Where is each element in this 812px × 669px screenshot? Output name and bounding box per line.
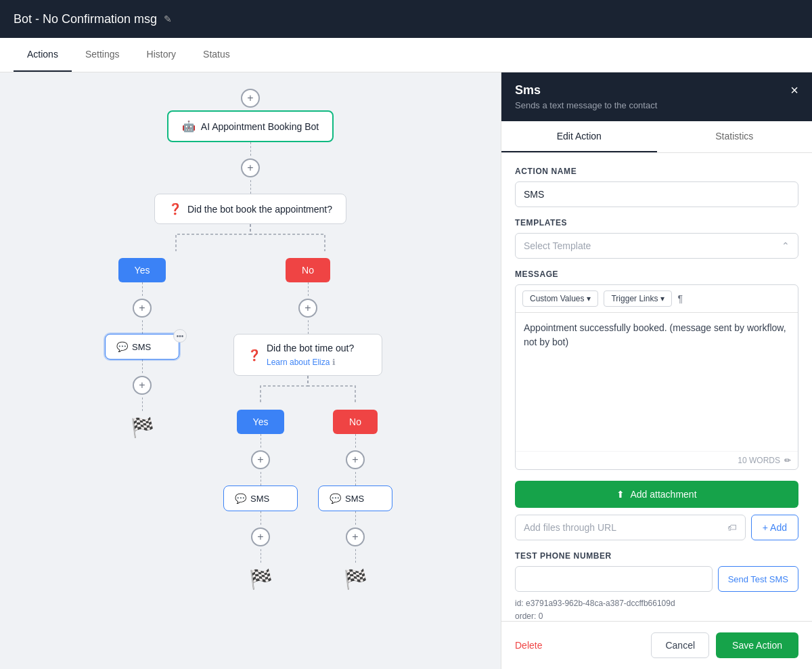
panel-tab-statistics[interactable]: Statistics [657, 121, 813, 152]
yes2-branch: Yes + 💬 SMS + [223, 410, 298, 596]
panel-header: Sms Sends a text message to the contact … [501, 72, 812, 121]
cv-yes3 [142, 360, 143, 373]
no-button-1[interactable]: No [286, 258, 330, 282]
delete-button[interactable]: Delete [515, 640, 542, 651]
templates-label: TEMPLATES [515, 218, 798, 228]
footer-actions: Cancel Save Action [651, 632, 798, 658]
message-edit-icon[interactable]: ✏ [784, 456, 791, 465]
panel-close-button[interactable]: × [790, 83, 798, 97]
connector-v2 [250, 180, 251, 194]
custom-values-label: Custom Values [530, 294, 584, 303]
trigger-links-chevron-icon: ▾ [660, 294, 664, 303]
add-node-1[interactable]: + [241, 158, 260, 177]
sms-icon-3: 💬 [330, 493, 341, 504]
sms-node-2[interactable]: 💬 SMS [223, 485, 298, 511]
upload-icon: ⬆ [616, 489, 625, 500]
cv-no2 [308, 320, 309, 334]
question-node-1[interactable]: ❓ Did the bot book the appointment? [154, 194, 346, 224]
tab-status[interactable]: Status [189, 38, 244, 72]
info-icon[interactable]: ℹ [332, 358, 336, 367]
sms-node-1[interactable]: 💬 SMS ••• [105, 334, 179, 360]
add-yes-1[interactable]: + [133, 299, 152, 318]
action-name-input[interactable] [515, 181, 798, 207]
url-input-wrapper: Add files through URL 🏷 [515, 515, 746, 540]
add-yes2-2[interactable]: + [251, 527, 270, 546]
sms-icon-1: 💬 [116, 341, 128, 352]
send-test-sms-button[interactable]: Send Test SMS [718, 566, 798, 592]
add-node-top[interactable]: + [241, 89, 260, 108]
word-count: 10 WORDS [738, 456, 780, 465]
bot-node[interactable]: 🤖 AI Appointment Booking Bot [167, 110, 334, 142]
templates-placeholder: Select Template [524, 240, 591, 251]
add-attachment-button[interactable]: ⬆ Add attachment [515, 481, 798, 508]
workflow-canvas: + 🤖 AI Appointment Booking Bot + ❓ Did t… [0, 72, 501, 669]
cv-no [308, 282, 309, 296]
panel-tab-edit-action[interactable]: Edit Action [501, 121, 657, 152]
add-yes-2[interactable]: + [133, 376, 152, 395]
paragraph-icon: ¶ [677, 293, 683, 304]
sms-panel: Sms Sends a text message to the contact … [501, 72, 812, 669]
url-placeholder: Add files through URL [524, 522, 616, 533]
cv-yes4 [142, 397, 143, 411]
sms-node-3[interactable]: 💬 SMS [318, 485, 392, 511]
trigger-links-label: Trigger Links [611, 294, 658, 303]
finish-flag-1: 🏁 [131, 416, 154, 439]
question-icon-1: ❓ [168, 202, 182, 215]
cv-yes2-3 [261, 511, 261, 525]
cv-yes [142, 282, 143, 296]
question-2-label: Did the bot time out? [267, 343, 354, 353]
add-no2-2[interactable]: + [346, 527, 365, 546]
meta-info: id: e3791a93-962b-48ca-a387-dccffb66109d… [515, 597, 798, 621]
message-textarea[interactable]: Appointment successfully booked. (messag… [516, 313, 798, 448]
trigger-links-button[interactable]: Trigger Links ▾ [604, 290, 672, 307]
yes-branch: Yes + 💬 SMS ••• + 🏁 [105, 258, 179, 444]
no-button-2[interactable]: No [333, 410, 378, 434]
panel-title: Sms [515, 83, 657, 98]
learn-about-eliza-link[interactable]: Learn about Eliza [267, 358, 330, 367]
cv-yes2-1 [261, 434, 261, 448]
yes-no-branch-1: Yes + 💬 SMS ••• + 🏁 [105, 258, 396, 596]
message-label: MESSAGE [515, 269, 798, 279]
message-box: Custom Values ▾ Trigger Links ▾ ¶ Appoin… [515, 284, 798, 470]
sms-node-1-label: SMS [132, 342, 151, 352]
cv-no2-1 [355, 434, 356, 448]
panel-subtitle: Sends a text message to the contact [515, 100, 657, 110]
tab-actions[interactable]: Actions [14, 38, 72, 72]
add-attachment-label: Add attachment [630, 489, 696, 500]
cancel-button[interactable]: Cancel [651, 632, 709, 658]
add-no2-1[interactable]: + [346, 450, 365, 469]
save-action-button[interactable]: Save Action [716, 632, 798, 658]
cv-no2-2 [355, 472, 356, 485]
no-branch: No + ❓ Did the bot time out? Learn about… [220, 258, 396, 596]
meta-order: order: 0 [515, 610, 798, 621]
test-phone-input[interactable] [515, 566, 713, 592]
panel-body: ACTION NAME TEMPLATES Select Template ⌃ … [501, 153, 812, 621]
add-url-button[interactable]: + Add [751, 515, 798, 540]
connector-v1 [250, 142, 251, 156]
branch-svg-1 [135, 224, 365, 258]
main-tabs: Actions Settings History Status [0, 38, 812, 72]
question-node-2[interactable]: ❓ Did the bot time out? Learn about Eliz… [233, 334, 382, 376]
add-yes2-1[interactable]: + [251, 450, 270, 469]
templates-select[interactable]: Select Template ⌃ [515, 233, 798, 259]
yes-no-branch-2: Yes + 💬 SMS + [223, 410, 392, 596]
yes-button-2[interactable]: Yes [237, 410, 285, 434]
tab-history[interactable]: History [133, 38, 190, 72]
sms-node-2-label: SMS [250, 494, 269, 504]
question-1-label: Did the bot book the appointment? [187, 204, 332, 215]
custom-values-chevron-icon: ▾ [587, 294, 591, 303]
yes-button-1[interactable]: Yes [118, 258, 166, 282]
cv-yes2-4 [261, 549, 261, 563]
add-no-1[interactable]: + [298, 299, 317, 318]
bot-icon: 🤖 [182, 120, 196, 133]
action-name-label: ACTION NAME [515, 167, 798, 176]
custom-values-button[interactable]: Custom Values ▾ [522, 290, 598, 307]
more-options-sms-1[interactable]: ••• [173, 329, 187, 343]
bot-node-label: AI Appointment Booking Bot [201, 121, 319, 132]
app-header: Bot - No Confirmation msg ✎ [0, 0, 812, 38]
main-content: + 🤖 AI Appointment Booking Bot + ❓ Did t… [0, 72, 812, 669]
no2-branch: No + 💬 SMS + [318, 410, 392, 596]
tab-settings[interactable]: Settings [72, 38, 133, 72]
edit-title-icon[interactable]: ✎ [164, 14, 172, 24]
panel-footer: Delete Cancel Save Action [501, 621, 812, 669]
